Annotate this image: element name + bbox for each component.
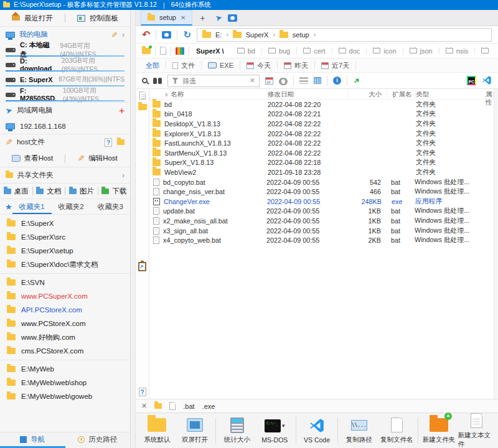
breadcrumb-superx[interactable]: SuperX xyxy=(233,31,269,39)
favorite-item[interactable]: www.PCSuperX.com xyxy=(0,289,130,303)
help-icon[interactable]: ? xyxy=(105,138,112,147)
drive-row[interactable]: F: M2850SSD 100GB可用(43%)|NTFS xyxy=(0,87,130,102)
file-row[interactable]: x4_copyto_web.bat 2022-04-09 00:55 2KB b… xyxy=(149,235,494,245)
favorite-item[interactable]: www.PCStoreX.com xyxy=(0,317,130,330)
file-row[interactable]: DesktopX_V1.8.13 2022-04-08 22:22 文件夹 xyxy=(149,119,494,129)
file-row[interactable]: ChangeVer.exe 2022-04-09 00:55 248KB exe… xyxy=(149,197,494,207)
quick-filter[interactable]: EXE xyxy=(202,61,240,70)
list-view-icon[interactable] xyxy=(299,77,308,84)
file-row[interactable]: bd 2022-04-08 22:20 文件夹 xyxy=(149,100,494,110)
file-row[interactable]: WebView2 2021-09-18 23:28 文件夹 xyxy=(149,167,494,177)
favorite-item[interactable]: E:\MyWeb\web\goweb xyxy=(0,390,130,403)
vscode-button[interactable]: VS Code xyxy=(298,418,336,444)
clean-icon[interactable]: ✎ xyxy=(110,31,118,37)
folder-chip[interactable]: cert xyxy=(297,47,332,55)
folder-chip[interactable]: ref xyxy=(475,47,492,55)
calc-size-button[interactable]: 统计大小 xyxy=(218,417,256,444)
quick-filter[interactable]: 全部 xyxy=(139,61,166,70)
file-row[interactable]: bd_copyto.bat 2022-04-09 00:55 542 bat W… xyxy=(149,177,494,187)
quick-filter[interactable]: 昨天 xyxy=(278,61,315,70)
header-attr[interactable]: 属性 xyxy=(486,90,494,98)
close-filter-icon[interactable]: ✕ xyxy=(141,402,147,410)
favorite-item[interactable]: E:\MyWeb xyxy=(0,362,130,376)
recent-open-button[interactable]: 最近打开 xyxy=(0,10,65,26)
favorites-tab-2[interactable]: 收藏夹2 xyxy=(52,199,91,214)
help-icon[interactable]: ? xyxy=(139,388,146,396)
folder-chip[interactable]: json xyxy=(403,47,439,55)
favorite-item[interactable]: E:\SuperX\doc\需求文档 xyxy=(0,258,130,271)
folder-chip[interactable]: nsis xyxy=(439,47,476,55)
snapshot-icon[interactable] xyxy=(228,14,237,22)
strip-folder-icon[interactable] xyxy=(138,104,147,110)
new-folder-button[interactable]: + 新建文件夹 xyxy=(420,417,458,444)
favorites-tab-1[interactable]: 收藏夹1 xyxy=(12,199,52,214)
file-row[interactable]: update.bat 2022-04-09 00:55 1KB bat Wind… xyxy=(149,207,494,217)
grid-view-icon[interactable] xyxy=(314,77,321,84)
capture-button[interactable] xyxy=(162,31,171,39)
header-name[interactable]: ∧名称 xyxy=(163,90,268,98)
vscode-icon[interactable] xyxy=(482,75,492,86)
date-search-icon[interactable] xyxy=(265,77,273,85)
system-default-button[interactable]: 系统默认 xyxy=(138,417,176,444)
file-row[interactable]: x2_make_nsis_all.bat 2022-04-09 00:55 1K… xyxy=(149,216,494,226)
favorites-tab-3[interactable]: 收藏夹3 xyxy=(91,199,130,214)
drive-row[interactable]: C: 本地磁盘 94GB可用(40%)|NTFS xyxy=(0,42,130,57)
pictures-button[interactable]: 图片 xyxy=(65,187,98,196)
filter-input[interactable] xyxy=(182,77,246,85)
send-icon[interactable]: ➤ xyxy=(214,12,223,23)
dual-screen-button[interactable]: 双屏打开 xyxy=(176,417,214,444)
favorite-item[interactable]: API.PCStoreX.com xyxy=(0,303,130,317)
file-row[interactable]: x3_sign_all.bat 2022-04-09 00:55 1KB bat… xyxy=(149,226,494,236)
view-host-button[interactable]: 查看Host xyxy=(0,154,65,163)
navigation-tab[interactable]: 导航 xyxy=(0,432,65,448)
chevron-right-icon[interactable]: › xyxy=(122,30,125,39)
favorite-item[interactable]: E:\SuperX\setup xyxy=(0,244,130,258)
color-label-icon[interactable] xyxy=(176,47,184,55)
header-type[interactable]: 类型 xyxy=(416,90,486,98)
history-path-tab[interactable]: 历史路径 xyxy=(65,432,131,448)
page-search-icon[interactable] xyxy=(160,47,166,55)
desktop-button[interactable]: 桌面 xyxy=(0,187,32,196)
ext-chip-bat[interactable]: .bat xyxy=(183,403,194,410)
control-panel-button[interactable]: 控制面板 xyxy=(65,10,130,26)
documents-button[interactable]: 文档 xyxy=(33,187,65,196)
folder-chip[interactable]: bug xyxy=(262,47,297,55)
sidebar-scrollbar[interactable] xyxy=(131,10,136,448)
file-row[interactable]: FastLaunchX_V1.8.13 2022-04-08 22:22 文件夹 xyxy=(149,138,494,148)
host-folder-icon[interactable] xyxy=(117,139,125,145)
breadcrumb-setup[interactable]: setup xyxy=(280,31,309,39)
favorite-item[interactable]: E:\MyWeb\web\shop xyxy=(0,376,130,390)
find-icon[interactable] xyxy=(153,78,162,84)
downloads-button[interactable]: 下载 xyxy=(98,187,131,196)
edit-host-button[interactable]: ✎ 编辑Host xyxy=(65,154,130,163)
shared-folders-item[interactable]: 共享文件夹 › xyxy=(0,167,130,183)
header-size[interactable]: 大小 xyxy=(349,90,387,98)
clear-filter-icon[interactable]: ✕ xyxy=(250,77,255,85)
favorite-item[interactable]: www.好物购.com xyxy=(0,330,130,344)
msdos-button[interactable]: C:\›_▾ MS-DOS xyxy=(256,418,294,444)
header-ext[interactable]: 扩展名 xyxy=(387,90,416,98)
breadcrumb-drive[interactable]: E: xyxy=(202,31,222,39)
pycharm-icon[interactable]: PC xyxy=(467,76,476,85)
tab-setup[interactable]: setup ✕ xyxy=(141,10,192,26)
folder-chip[interactable]: icon xyxy=(367,47,403,55)
quick-filter[interactable]: 今天 xyxy=(240,61,278,70)
back-button[interactable]: ↶ xyxy=(142,30,150,40)
new-text-file-button[interactable]: 新建文本文件 xyxy=(458,413,496,448)
folder-chip[interactable]: doc xyxy=(332,47,367,55)
copy-filename-button[interactable]: 复制文件名 xyxy=(378,417,416,444)
export-icon[interactable]: ➜ xyxy=(350,75,362,86)
clipboard-icon[interactable] xyxy=(138,262,146,271)
file-row[interactable]: ExplorerX_V1.8.13 2022-04-08 22:22 文件夹 xyxy=(149,129,494,139)
my-computer-label[interactable]: 我的电脑 xyxy=(19,30,48,39)
info-icon[interactable]: i xyxy=(333,77,341,85)
folder-chip[interactable]: bd xyxy=(231,47,262,55)
lan-computer-item[interactable]: 192.168.1.168 xyxy=(0,118,130,134)
notes-icon[interactable] xyxy=(139,91,146,100)
search-icon[interactable] xyxy=(142,78,148,83)
quick-filter[interactable]: 文件 xyxy=(166,61,202,70)
vertical-scrollbar[interactable] xyxy=(494,89,498,399)
header-date[interactable]: 修改日期 xyxy=(268,90,349,98)
refresh-button[interactable]: ↻ xyxy=(183,30,191,39)
add-lan-button[interactable]: + xyxy=(119,106,125,115)
